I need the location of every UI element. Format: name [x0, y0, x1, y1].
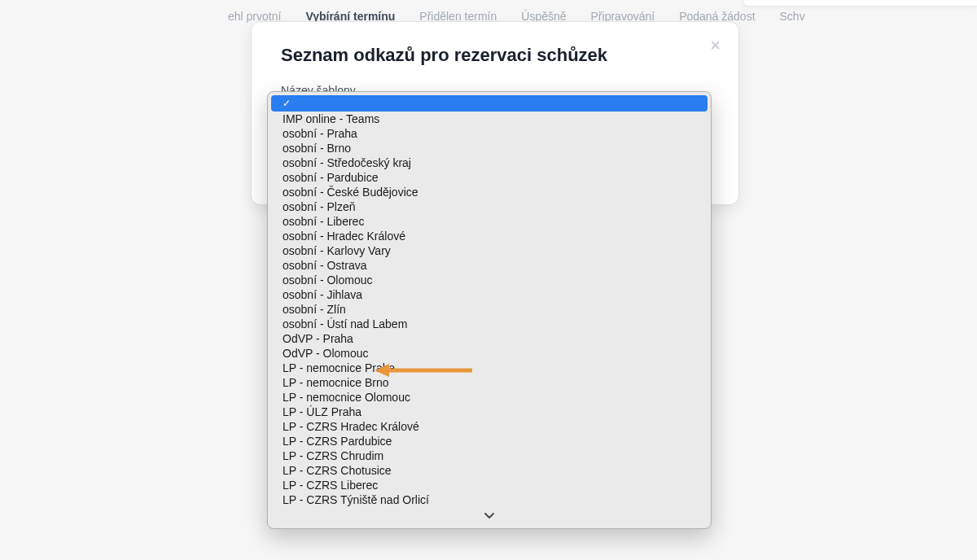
dropdown-item[interactable]: osobní - Brno	[271, 141, 708, 155]
modal-title: Seznam odkazů pro rezervaci schůzek	[281, 45, 709, 66]
checkmark-icon: ✓	[283, 97, 291, 110]
dropdown-item[interactable]: osobní - Zlín	[271, 302, 708, 317]
dropdown-item[interactable]: LP - nemocnice Olomouc	[271, 390, 708, 405]
dropdown-item[interactable]: LP - CZRS Hradec Králové	[271, 419, 708, 434]
dropdown-item[interactable]: LP - CZRS Týniště nad Orlicí	[271, 492, 708, 507]
template-dropdown-list[interactable]: ✓ IMP online - Teams osobní - Praha osob…	[267, 91, 712, 529]
dropdown-item-selected-empty[interactable]: ✓	[271, 95, 708, 112]
dropdown-item[interactable]: osobní - Jihlava	[271, 287, 708, 302]
dropdown-item[interactable]: OdVP - Praha	[271, 331, 708, 346]
dropdown-item[interactable]: osobní - Pardubice	[271, 170, 708, 185]
dropdown-item[interactable]: OdVP - Olomouc	[271, 346, 708, 361]
dropdown-item[interactable]: osobní - Liberec	[271, 214, 708, 229]
dropdown-item[interactable]: LP - CZRS Liberec	[271, 478, 708, 492]
dropdown-item[interactable]: osobní - Ústí nad Labem	[271, 317, 708, 331]
dropdown-item[interactable]: IMP online - Teams	[271, 112, 708, 126]
dropdown-item[interactable]: osobní - Ostrava	[271, 258, 708, 273]
chevron-down-icon[interactable]	[268, 510, 711, 525]
dropdown-item[interactable]: LP - CZRS Chotusice	[271, 463, 708, 478]
dropdown-item[interactable]: osobní - Karlovy Vary	[271, 243, 708, 258]
dropdown-item[interactable]: osobní - České Budějovice	[271, 185, 708, 199]
close-button[interactable]: ×	[710, 37, 721, 55]
dropdown-item[interactable]: LP - nemocnice Praha	[271, 361, 708, 375]
dropdown-item[interactable]: osobní - Praha	[271, 126, 708, 141]
dropdown-item[interactable]: LP - ÚLZ Praha	[271, 405, 708, 419]
dropdown-item[interactable]: LP - CZRS Pardubice	[271, 434, 708, 448]
dropdown-item[interactable]: osobní - Středočeský kraj	[271, 155, 708, 170]
dropdown-item[interactable]: LP - CZRS Chrudim	[271, 448, 708, 463]
dropdown-item[interactable]: osobní - Plzeň	[271, 199, 708, 214]
dropdown-item[interactable]: osobní - Olomouc	[271, 273, 708, 287]
dropdown-item[interactable]: LP - nemocnice Brno	[271, 375, 708, 390]
dropdown-item[interactable]: osobní - Hradec Králové	[271, 229, 708, 243]
